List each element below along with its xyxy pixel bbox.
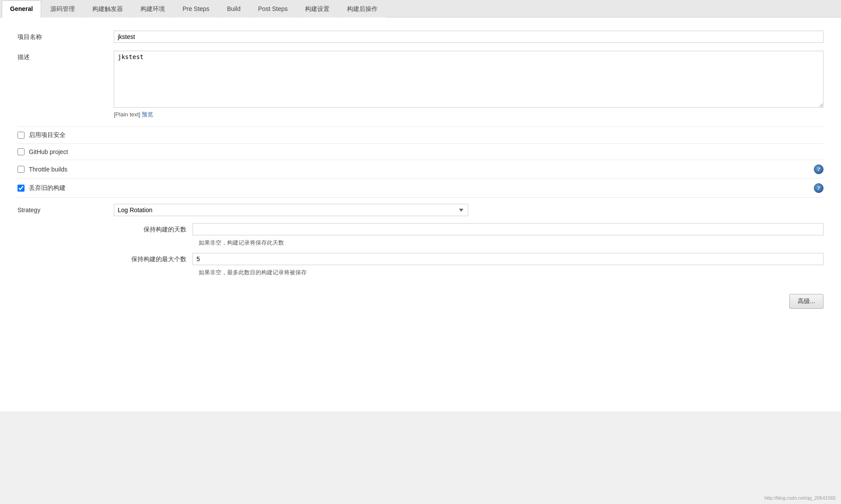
checkbox-row-discard-old: 丢弃旧的构建? xyxy=(18,178,823,197)
max-builds-label: 保持构建的最大个数 xyxy=(114,253,193,263)
discard-old-checkbox[interactable] xyxy=(18,185,25,192)
description-label: 描述 xyxy=(18,51,114,61)
tab-general[interactable]: General xyxy=(2,0,41,18)
checkbox-row-enable-security: 启用项目安全 xyxy=(18,126,823,144)
github-project-checkbox[interactable] xyxy=(18,148,25,155)
strategy-row: Strategy Log RotationBuild Count xyxy=(18,204,823,216)
main-content: 项目名称 描述 [Plain text] 预览 启用项目安全GitHub pro… xyxy=(0,18,841,411)
days-input[interactable] xyxy=(193,223,823,235)
tab-postbuild[interactable]: 构建后操作 xyxy=(339,0,386,18)
description-row: 描述 [Plain text] 预览 xyxy=(18,51,823,119)
max-builds-row: 保持构建的最大个数 xyxy=(114,253,823,265)
throttle-builds-checkbox[interactable] xyxy=(18,166,25,173)
days-label: 保持构建的天数 xyxy=(114,223,193,234)
project-name-input[interactable] xyxy=(114,31,823,43)
description-control: [Plain text] 预览 xyxy=(114,51,823,119)
plain-text-prefix: [Plain text] xyxy=(114,111,140,118)
tab-scm[interactable]: 源码管理 xyxy=(42,0,83,18)
bottom-bar: 高级... xyxy=(18,290,823,309)
strategy-select[interactable]: Log RotationBuild Count xyxy=(114,204,468,216)
discard-old-label: 丢弃旧的构建 xyxy=(29,184,814,192)
tab-triggers[interactable]: 构建触发器 xyxy=(84,0,131,18)
checkboxes-section: 启用项目安全GitHub projectThrottle builds?丢弃旧的… xyxy=(18,126,823,197)
max-builds-input[interactable] xyxy=(193,253,823,265)
advanced-button[interactable]: 高级... xyxy=(789,294,823,309)
plain-text-note: [Plain text] 预览 xyxy=(114,111,823,119)
max-builds-hint: 如果非空，最多此数目的构建记录将被保存 xyxy=(199,269,823,276)
project-name-control xyxy=(114,31,823,43)
checkbox-row-github-project: GitHub project xyxy=(18,144,823,160)
tab-poststeps[interactable]: Post Steps xyxy=(250,0,296,18)
throttle-builds-help-icon[interactable]: ? xyxy=(814,164,823,174)
tab-build[interactable]: Build xyxy=(219,0,249,18)
tabs-bar: General源码管理构建触发器构建环境Pre StepsBuildPost S… xyxy=(0,0,841,18)
github-project-label: GitHub project xyxy=(29,148,823,155)
tab-settings[interactable]: 构建设置 xyxy=(297,0,338,18)
tab-presteps[interactable]: Pre Steps xyxy=(174,0,217,18)
project-name-label: 项目名称 xyxy=(18,31,114,41)
tab-env[interactable]: 构建环境 xyxy=(132,0,173,18)
enable-security-checkbox[interactable] xyxy=(18,132,25,139)
strategy-label: Strategy xyxy=(18,206,114,214)
enable-security-label: 启用项目安全 xyxy=(29,131,823,139)
project-name-row: 项目名称 xyxy=(18,31,823,43)
description-textarea[interactable] xyxy=(114,51,823,108)
discard-old-help-icon[interactable]: ? xyxy=(814,183,823,193)
days-row: 保持构建的天数 xyxy=(114,223,823,235)
preview-link[interactable]: 预览 xyxy=(142,111,153,118)
days-hint: 如果非空，构建记录将保存此天数 xyxy=(199,239,823,247)
throttle-builds-label: Throttle builds xyxy=(29,166,814,173)
strategy-section: Strategy Log RotationBuild Count 保持构建的天数… xyxy=(18,197,823,276)
sub-form-section: 保持构建的天数 如果非空，构建记录将保存此天数 保持构建的最大个数 如果非空，最… xyxy=(114,223,823,276)
checkbox-row-throttle-builds: Throttle builds? xyxy=(18,160,823,178)
